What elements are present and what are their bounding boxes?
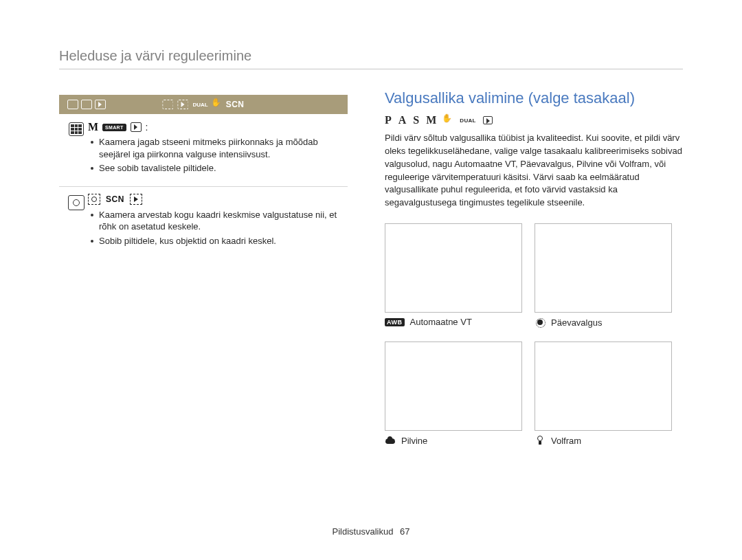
row-desc: M SMART : Kaamera jagab stseeni mitmeks …	[88, 121, 342, 177]
wb-thumb	[385, 223, 522, 313]
smart-badge: SMART	[102, 124, 126, 131]
manual-page: Heleduse ja värvi reguleerimine DUAL SCN	[0, 0, 742, 560]
hand-icon	[212, 100, 222, 109]
mode-s: S	[413, 114, 419, 126]
play-outline-icon	[177, 100, 188, 109]
bullet-item: Kaamera jagab stseeni mitmeks piirkonnak…	[99, 136, 342, 160]
mode-letter: M	[88, 121, 98, 133]
camera-icon	[81, 100, 92, 109]
wb-cell-tungsten: Volfram	[535, 341, 672, 446]
awb-icon: AWB	[385, 318, 405, 326]
page-header-title: Heleduse ja värvi reguleerimine	[59, 48, 251, 64]
bullet-list: Kaamera jagab stseeni mitmeks piirkonnak…	[88, 136, 342, 175]
mode-bar: DUAL SCN	[59, 95, 348, 114]
video-mode-icon	[483, 116, 493, 124]
wb-label: Pilvine	[401, 436, 427, 446]
wb-cell-daylight: Päevavalgus	[535, 223, 672, 328]
play-small-icon	[131, 122, 142, 132]
cloud-icon	[385, 435, 396, 446]
metering-table: M SMART : Kaamera jagab stseeni mitmeks …	[59, 114, 348, 258]
mode-icons-center: DUAL SCN	[162, 100, 244, 109]
page-footer: Pildistusvalikud 67	[0, 526, 742, 537]
colon: :	[146, 122, 148, 133]
table-row: M SMART : Kaamera jagab stseeni mitmeks …	[59, 114, 348, 187]
wb-thumb	[385, 341, 522, 431]
matrix-metering-icon	[69, 122, 84, 136]
wb-label: Päevavalgus	[551, 317, 602, 328]
play-outline-icon-row	[130, 194, 142, 205]
wb-cell-cloudy: Pilvine	[385, 341, 522, 446]
bulb-icon	[535, 435, 546, 446]
mode-p: P	[385, 114, 392, 126]
dual-label-right: DUAL	[460, 117, 475, 124]
sun-icon	[535, 317, 546, 328]
wb-caption: Pilvine	[385, 435, 522, 446]
wb-caption: AWB Automaatne VT	[385, 317, 522, 327]
paragraph-text: Pildi värv sõltub valgusallika tüübist j…	[385, 132, 684, 210]
video-icon	[67, 100, 78, 109]
preview-icon	[162, 100, 173, 109]
row-desc: SCN Kaamera arvestab kogu kaadri keskmis…	[88, 194, 342, 249]
wb-caption: Päevavalgus	[535, 317, 672, 328]
wb-thumb	[535, 341, 672, 431]
wb-thumb	[535, 223, 672, 313]
row-icon-col	[65, 121, 88, 177]
right-column: Valgusallika valimine (valge tasakaal) P…	[385, 89, 684, 446]
mode-m: M	[426, 114, 436, 126]
mode-line: M SMART :	[88, 121, 342, 133]
scn-label-row: SCN	[106, 194, 124, 204]
dual-label: DUAL	[192, 102, 207, 108]
play-icon	[95, 100, 106, 109]
row-icon-col	[65, 194, 88, 249]
header-rule	[59, 69, 683, 69]
wb-label: Volfram	[551, 436, 581, 446]
hand-icon-small	[443, 116, 453, 124]
mode-a: A	[398, 114, 407, 126]
left-column: DUAL SCN M SMART	[59, 95, 348, 258]
section-title: Valgusallika valimine (valge tasakaal)	[385, 89, 684, 107]
bullet-item: Kaamera arvestab kogu kaadri keskmise va…	[99, 209, 342, 233]
preview-outline-icon	[88, 194, 100, 205]
footer-section: Pildistusvalikud	[333, 526, 394, 537]
mode-line-2: SCN	[88, 194, 342, 205]
mode-icons-left	[67, 100, 106, 109]
scn-label: SCN	[226, 100, 245, 109]
bullet-item: Sobib piltidele, kus objektid on kaadri …	[99, 235, 342, 247]
mode-list: P A S M DUAL	[385, 114, 684, 126]
wb-cell-auto: AWB Automaatne VT	[385, 223, 522, 328]
bullet-list: Kaamera arvestab kogu kaadri keskmise va…	[88, 209, 342, 247]
bullet-item: See sobib tavalistele piltidele.	[99, 162, 342, 175]
wb-label: Automaatne VT	[410, 317, 472, 327]
wb-grid: AWB Automaatne VT Päevavalgus Pilvine	[385, 223, 684, 446]
footer-page-number: 67	[400, 526, 409, 537]
wb-caption: Volfram	[535, 435, 672, 446]
table-row: SCN Kaamera arvestab kogu kaadri keskmis…	[59, 187, 348, 259]
centre-metering-icon	[68, 195, 85, 210]
